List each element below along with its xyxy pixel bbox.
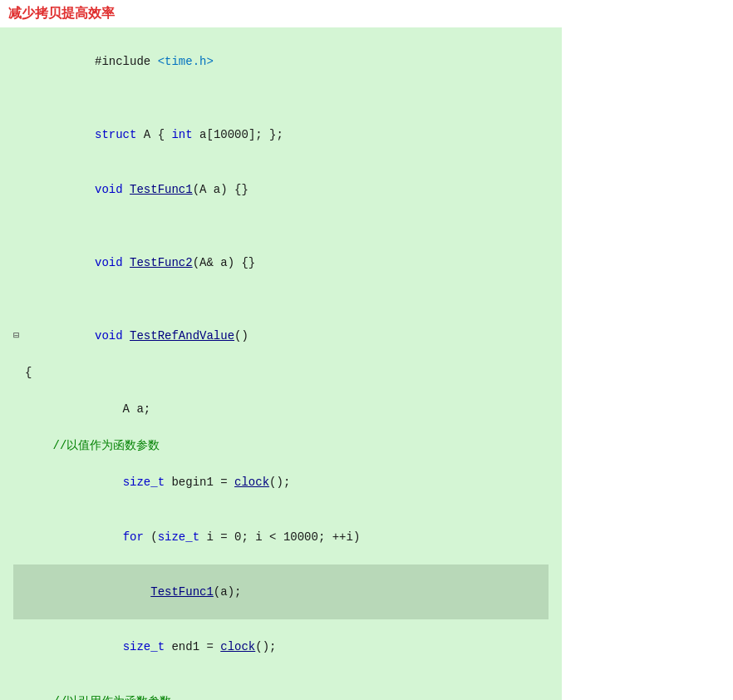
code-line: struct A { int a[10000]; }; (13, 107, 549, 162)
title-bar: 减少拷贝提高效率 (0, 0, 733, 27)
code-line: void TestFunc1(A a) {} (13, 162, 549, 217)
code-line: void TestFunc2(A& a) {} (13, 235, 549, 290)
code-line: A a; (13, 382, 549, 436)
code-area: #include <time.h> struct A { int a[10000… (0, 27, 562, 700)
code-line: //以引用作为函数参数 (13, 693, 549, 700)
code-line (13, 674, 549, 693)
code-line (13, 89, 549, 107)
code-line-highlighted: TestFunc1(a); (13, 564, 549, 619)
code-line: ⊟ void TestRefAndValue() (13, 308, 549, 363)
page-wrapper: 减少拷贝提高效率 #include <time.h> struct A { in… (0, 0, 733, 700)
code-line: //以值作为函数参数 (13, 436, 549, 455)
code-block: #include <time.h> struct A { int a[10000… (0, 27, 562, 700)
code-line: #include <time.h> (13, 34, 549, 89)
code-content: #include <time.h> (25, 34, 214, 89)
code-line: size_t end1 = clock(); (13, 619, 549, 674)
code-line: size_t begin1 = clock(); (13, 455, 549, 510)
code-line (13, 290, 549, 308)
code-line: { (13, 363, 549, 382)
code-line (13, 217, 549, 235)
page-title: 减少拷贝提高效率 (8, 6, 115, 20)
code-line: for (size_t i = 0; i < 10000; ++i) (13, 510, 549, 564)
